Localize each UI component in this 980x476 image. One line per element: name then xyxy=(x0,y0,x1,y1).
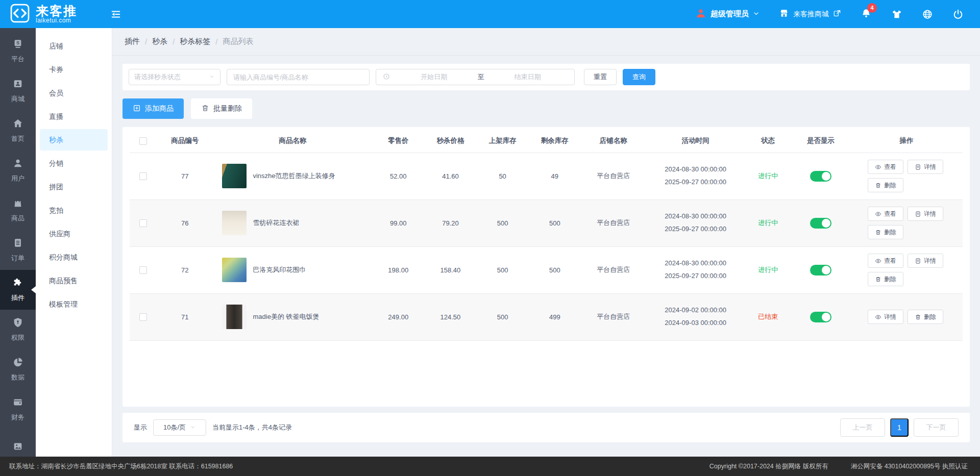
sidebar-item-plugin[interactable]: 插件 xyxy=(0,270,36,310)
order-clipboard-icon xyxy=(12,237,23,250)
notification-bell[interactable]: 4 xyxy=(861,8,872,21)
stock: 500 xyxy=(477,199,529,246)
sidebar-item-permission[interactable]: 权限 xyxy=(0,310,36,349)
seckill-price: 158.40 xyxy=(424,246,476,293)
start-date-placeholder[interactable]: 开始日期 xyxy=(394,72,475,82)
row-checkbox[interactable] xyxy=(139,172,147,180)
logo-title: 来客推 xyxy=(36,4,77,17)
logo-brackets-icon xyxy=(10,4,30,25)
seckill-price: 124.50 xyxy=(424,293,476,340)
visibility-toggle[interactable] xyxy=(810,265,831,275)
subnav-item-live[interactable]: 直播 xyxy=(36,105,112,128)
store-name: 平台自营店 xyxy=(581,199,646,246)
subnav-item-seckill[interactable]: 秒杀 xyxy=(40,129,108,151)
detail-button[interactable]: 详情 xyxy=(908,207,943,221)
data-pie-icon xyxy=(12,357,23,369)
row-checkbox[interactable] xyxy=(139,313,147,321)
row-checkbox[interactable] xyxy=(139,266,147,274)
detail-button[interactable]: 详情 xyxy=(908,160,943,174)
sidebar-item-home[interactable]: 首页 xyxy=(0,111,36,151)
store-icon xyxy=(779,8,789,20)
activity-time: 2024-08-30 00:00:002025-09-27 00:00:00 xyxy=(646,199,745,246)
subnav-item-member[interactable]: 会员 xyxy=(36,81,112,105)
mall-card-icon xyxy=(12,78,23,91)
stock: 500 xyxy=(477,246,529,293)
media-photo-icon xyxy=(12,441,23,454)
chevron-down-icon xyxy=(190,424,196,432)
store-name: 平台自营店 xyxy=(581,153,646,199)
reset-button[interactable]: 重置 xyxy=(584,69,617,85)
end-date-placeholder[interactable]: 结束日期 xyxy=(487,72,569,82)
product-table-card: 商品编号 商品名称 零售价 秒杀价格 上架库存 剩余库存 店铺名称 活动时间 状… xyxy=(122,127,970,407)
detail-button[interactable]: 详情 xyxy=(908,254,943,268)
product-name: 巴洛克风印花围巾 xyxy=(253,264,337,276)
current-page-button[interactable]: 1 xyxy=(890,418,909,437)
logo[interactable]: 来客推 laiketui.com xyxy=(0,4,107,25)
seckill-status-select[interactable]: 请选择秒杀状态 xyxy=(129,69,220,85)
footer-copyright: Copyright ©2017-2024 拾捌网络 版权所有 xyxy=(709,462,828,471)
delete-button[interactable]: 删除 xyxy=(868,272,903,286)
row-checkbox[interactable] xyxy=(139,219,147,227)
breadcrumb-item[interactable]: 秒杀 xyxy=(152,37,167,46)
delete-button[interactable]: 删除 xyxy=(908,310,943,324)
seckill-price: 79.20 xyxy=(424,199,476,246)
subnav-item-supplier[interactable]: 供应商 xyxy=(36,222,112,245)
subnav-item-auction[interactable]: 竞拍 xyxy=(36,198,112,222)
sidebar-item-mall[interactable]: 商城 xyxy=(0,71,36,111)
retail-price: 52.00 xyxy=(372,153,424,199)
power-icon[interactable] xyxy=(952,9,964,20)
sidebar-item-user[interactable]: 用户 xyxy=(0,151,36,190)
next-page-button[interactable]: 下一页 xyxy=(914,418,959,437)
sidebar-item-finance[interactable]: 财务 xyxy=(0,389,36,429)
product-name: vinszhe范思哲墨绿上装修身 xyxy=(253,170,337,182)
query-button[interactable]: 查询 xyxy=(623,69,655,85)
view-button[interactable]: 查看 xyxy=(868,254,903,268)
product-id: 71 xyxy=(157,293,213,340)
toolbar: 添加商品 批量删除 xyxy=(122,98,970,119)
subnav-item-distribution[interactable]: 分销 xyxy=(36,152,112,175)
delete-button[interactable]: 删除 xyxy=(868,178,903,192)
product-image xyxy=(222,258,247,282)
tshirt-icon[interactable] xyxy=(891,9,902,20)
sidebar-item-platform[interactable]: S 平台 xyxy=(0,31,36,71)
mall-link[interactable]: 来客推商城 xyxy=(779,8,841,20)
view-button[interactable]: 查看 xyxy=(868,207,903,221)
date-range-picker[interactable]: 开始日期 至 结束日期 xyxy=(376,69,575,85)
user-role-label: 超级管理员 xyxy=(710,9,749,19)
visibility-toggle[interactable] xyxy=(810,171,831,182)
add-product-button[interactable]: 添加商品 xyxy=(122,98,184,119)
page-size-select[interactable]: 10条/页 xyxy=(153,419,206,436)
sidebar-item-media[interactable] xyxy=(0,429,36,457)
subnav-item-coupon[interactable]: 卡券 xyxy=(36,58,112,81)
breadcrumb-item[interactable]: 秒杀标签 xyxy=(180,37,210,46)
user-menu[interactable]: 超级管理员 xyxy=(695,8,760,20)
breadcrumb-item[interactable]: 插件 xyxy=(125,37,140,46)
remaining-stock: 49 xyxy=(529,153,581,199)
sidebar-item-data[interactable]: 数据 xyxy=(0,349,36,389)
prev-page-button[interactable]: 上一页 xyxy=(840,418,885,437)
sidebar-item-goods[interactable]: 商品 xyxy=(0,190,36,230)
visibility-toggle[interactable] xyxy=(810,312,831,322)
subnav-item-groupbuy[interactable]: 拼团 xyxy=(36,175,112,198)
batch-delete-button[interactable]: 批量删除 xyxy=(191,98,252,119)
product-name: 雪纺碎花连衣裙 xyxy=(253,217,337,229)
subnav-item-shop[interactable]: 店铺 xyxy=(36,34,112,58)
detail-button[interactable]: 详情 xyxy=(868,310,903,324)
sidebar-item-order[interactable]: 订单 xyxy=(0,230,36,270)
select-all-checkbox[interactable] xyxy=(139,137,147,145)
retail-price: 198.00 xyxy=(372,246,424,293)
pagination-bar: 显示 10条/页 当前显示1-4条，共4条记录 上一页 1 下一页 xyxy=(122,413,970,442)
subnav-item-presale[interactable]: 商品预售 xyxy=(36,269,112,292)
globe-icon[interactable] xyxy=(922,9,933,20)
status-badge: 进行中 xyxy=(758,266,778,273)
platform-s-icon: S xyxy=(12,38,23,51)
product-search-input[interactable] xyxy=(233,73,363,81)
secondary-sidebar: 店铺 卡券 会员 直播 秒杀 分销 拼团 竞拍 供应商 积分商城 商品预售 模板… xyxy=(36,28,112,457)
subnav-item-points-mall[interactable]: 积分商城 xyxy=(36,245,112,269)
visibility-toggle[interactable] xyxy=(810,218,831,229)
delete-button[interactable]: 删除 xyxy=(868,225,903,239)
subnav-item-template[interactable]: 模板管理 xyxy=(36,292,112,316)
collapse-menu-icon[interactable] xyxy=(110,9,121,20)
view-button[interactable]: 查看 xyxy=(868,160,903,174)
product-image xyxy=(222,211,247,235)
